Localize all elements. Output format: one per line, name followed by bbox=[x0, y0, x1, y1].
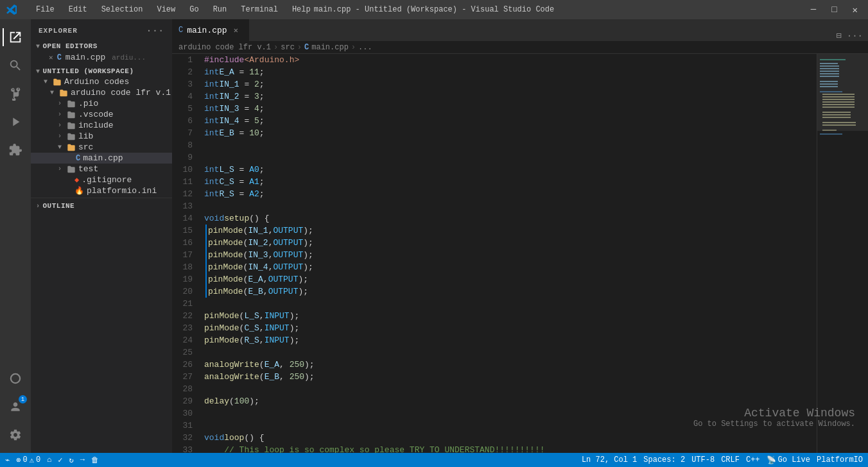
code-line bbox=[204, 139, 810, 151]
line-col-status[interactable]: Ln 72, Col 1 bbox=[582, 455, 637, 464]
svg-rect-18 bbox=[822, 112, 851, 113]
editor-area: C main.cpp ✕ ⊟ ··· arduino code lfr v.1 … bbox=[172, 19, 868, 453]
breadcrumb-workspace[interactable]: arduino code lfr v.1 bbox=[178, 43, 271, 52]
pio-folder[interactable]: › .pio bbox=[31, 98, 172, 109]
code-area[interactable]: #include <Arduino.h>int E_A = 11;int IN_… bbox=[204, 54, 817, 453]
line-number: 29 bbox=[172, 395, 198, 407]
trash-status-item[interactable]: 🗑 bbox=[91, 455, 99, 465]
test-folder[interactable]: › test bbox=[31, 164, 172, 174]
menu-run[interactable]: Run bbox=[211, 4, 230, 15]
main-cpp-label: main.cpp bbox=[83, 153, 172, 163]
account-activity-icon[interactable]: 1 bbox=[3, 394, 28, 420]
line-number: 27 bbox=[172, 371, 198, 383]
line-number: 19 bbox=[172, 273, 198, 285]
include-folder[interactable]: › include bbox=[31, 120, 172, 131]
tab-cpp-icon: C bbox=[178, 26, 183, 35]
check-status-item[interactable]: ✓ bbox=[58, 455, 62, 465]
menu-go[interactable]: Go bbox=[187, 4, 201, 15]
breadcrumb-cpp-icon: C bbox=[304, 43, 309, 52]
breadcrumb-file[interactable]: main.cpp bbox=[311, 43, 349, 52]
folder-open-icon bbox=[59, 89, 68, 98]
forward-status-item[interactable]: → bbox=[80, 455, 85, 464]
more-actions-icon[interactable]: ··· bbox=[847, 31, 863, 41]
home-status-item[interactable]: ⌂ bbox=[47, 455, 51, 464]
home-icon: ⌂ bbox=[47, 455, 51, 464]
line-number: 10 bbox=[172, 164, 198, 176]
line-number: 3 bbox=[172, 78, 198, 90]
go-live-status[interactable]: 📡 Go Live bbox=[767, 455, 810, 465]
breadcrumb-sep1: › bbox=[273, 43, 278, 52]
code-line: pinMode(IN_2,OUTPUT); bbox=[204, 237, 810, 249]
tab-close-button[interactable]: ✕ bbox=[234, 26, 238, 35]
main-cpp-file[interactable]: C main.cpp bbox=[31, 153, 172, 164]
extensions-activity-icon[interactable] bbox=[3, 137, 28, 163]
split-editor-icon[interactable]: ⊟ bbox=[836, 30, 841, 41]
line-ending-status[interactable]: CRLF bbox=[721, 455, 740, 464]
breadcrumb-more[interactable]: ... bbox=[358, 43, 372, 52]
src-arrow: ▼ bbox=[55, 144, 64, 151]
open-editors-header[interactable]: ▼ OPEN EDITORS bbox=[31, 41, 172, 51]
menu-file[interactable]: File bbox=[33, 4, 57, 15]
source-control-activity-icon[interactable] bbox=[3, 81, 28, 106]
lib-folder[interactable]: › lib bbox=[31, 131, 172, 142]
close-button[interactable]: ✕ bbox=[849, 4, 862, 15]
warning-count: 0 bbox=[36, 455, 40, 464]
svg-rect-7 bbox=[820, 76, 839, 77]
encoding-status[interactable]: UTF-8 bbox=[691, 455, 715, 464]
menu-selection[interactable]: Selection bbox=[99, 4, 146, 15]
line-number: 25 bbox=[172, 346, 198, 359]
menu-terminal[interactable]: Terminal bbox=[238, 4, 281, 15]
src-folder[interactable]: ▼ src bbox=[31, 142, 172, 153]
minimap-content bbox=[817, 54, 868, 444]
settings-activity-icon[interactable] bbox=[3, 422, 28, 448]
tab-main-cpp[interactable]: C main.cpp ✕ bbox=[172, 19, 249, 41]
check-icon: ✓ bbox=[58, 455, 62, 465]
remote-activity-icon[interactable] bbox=[3, 366, 28, 391]
maximize-button[interactable]: □ bbox=[828, 4, 840, 15]
test-label: test bbox=[78, 164, 172, 174]
file-tree: ▼ OPEN EDITORS ✕ C main.cpp ardiu... ▼ U… bbox=[31, 40, 172, 453]
arduino-lfr-folder[interactable]: ▼ arduino code lfr v.1 bbox=[31, 87, 172, 98]
code-line bbox=[204, 200, 810, 212]
go-live-label: Go Live bbox=[778, 455, 810, 464]
svg-rect-17 bbox=[822, 106, 855, 108]
search-activity-icon[interactable] bbox=[3, 53, 28, 78]
code-line: void loop() { bbox=[204, 432, 810, 444]
outline-chevron: › bbox=[36, 203, 40, 210]
platformio-file[interactable]: 🔥 platformio.ini bbox=[31, 185, 172, 196]
open-editor-item[interactable]: ✕ C main.cpp ardiu... bbox=[31, 51, 172, 64]
workspace-header[interactable]: ▼ UNTITLED (WORKSPACE) bbox=[31, 66, 172, 76]
menu-help[interactable]: Help bbox=[290, 4, 313, 15]
include-arrow: › bbox=[55, 122, 64, 129]
error-status-item[interactable]: ⊗ 0 ⚠ 0 bbox=[16, 455, 40, 465]
breadcrumb-src[interactable]: src bbox=[281, 43, 295, 52]
menu-view[interactable]: View bbox=[154, 4, 178, 15]
run-debug-activity-icon[interactable] bbox=[3, 109, 28, 135]
code-line: // This loop is so complex so please TRY… bbox=[204, 444, 810, 453]
arduino-codes-folder[interactable]: ▼ Arduino codes bbox=[31, 76, 172, 87]
folder-icon bbox=[67, 121, 76, 130]
trash-icon: 🗑 bbox=[91, 455, 99, 465]
code-line: pinMode(IN_1,OUTPUT); bbox=[204, 225, 810, 237]
close-icon[interactable]: ✕ bbox=[49, 53, 53, 62]
code-line: pinMode(E_B,OUTPUT); bbox=[204, 285, 810, 298]
explorer-activity-icon[interactable] bbox=[3, 24, 28, 50]
remote-status-item[interactable]: ⌁ bbox=[5, 455, 10, 465]
menu-edit[interactable]: Edit bbox=[66, 4, 90, 15]
outline-header[interactable]: › OUTLINE bbox=[31, 201, 172, 211]
spaces-status[interactable]: Spaces: 2 bbox=[643, 455, 685, 464]
sync-status-item[interactable]: ↻ bbox=[69, 455, 74, 465]
minimize-button[interactable]: ─ bbox=[807, 4, 820, 15]
breadcrumb-sep3: › bbox=[351, 43, 356, 52]
platformio-status[interactable]: PlatformIO bbox=[817, 455, 863, 464]
line-number: 31 bbox=[172, 420, 198, 432]
vscode-folder[interactable]: › .vscode bbox=[31, 109, 172, 120]
gitignore-file[interactable]: ◆ .gitignore bbox=[31, 174, 172, 185]
src-label: src bbox=[78, 142, 172, 152]
code-line: pinMode(E_A,OUTPUT); bbox=[204, 273, 810, 285]
svg-rect-5 bbox=[820, 71, 839, 72]
test-arrow: › bbox=[55, 166, 64, 173]
sidebar-more-button[interactable]: ··· bbox=[146, 26, 164, 36]
language-status[interactable]: C++ bbox=[746, 455, 760, 464]
title-bar-menu[interactable]: File Edit Selection View Go Run Terminal… bbox=[33, 4, 313, 15]
